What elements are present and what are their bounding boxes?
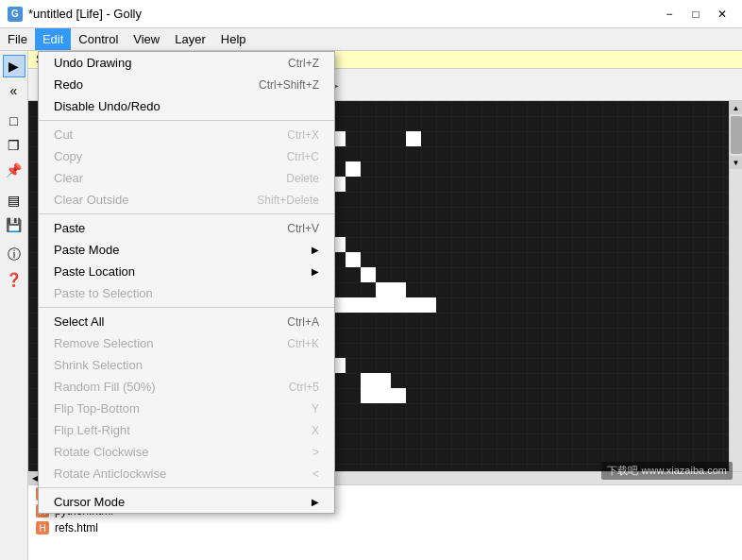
minimize-button[interactable]: − [657,5,682,24]
watermark: 下载吧 www.xiazaiba.com [601,462,733,480]
cut-shortcut: Ctrl+X [287,128,319,142]
window-controls: − □ ✕ [657,5,734,24]
menu-flip-top-bottom: Flip Top-Bottom Y [39,398,334,419]
remove-selection-label: Remove Selection [54,336,154,350]
paste-label: Paste [54,221,85,235]
open-button[interactable]: ❐ [3,134,25,157]
rotate-clockwise-label: Rotate Clockwise [54,445,148,459]
random-fill-label: Random Fill (50%) [54,380,156,394]
svg-rect-29 [406,297,421,313]
cut-label: Cut [54,127,73,142]
menu-control[interactable]: Control [71,28,126,50]
svg-rect-51 [391,282,406,297]
paste-shortcut: Ctrl+V [287,222,319,235]
scroll-thumb-vertical[interactable] [731,116,742,154]
list-item[interactable]: H refs.html [28,519,742,536]
svg-rect-41 [391,388,406,403]
menu-paste-location[interactable]: Paste Location [39,261,334,282]
separator-3 [39,307,334,308]
paste-location-label: Paste Location [54,264,135,279]
select-all-shortcut: Ctrl+A [287,315,319,329]
new-button[interactable]: □ [3,110,25,132]
svg-rect-40 [376,388,391,403]
menu-random-fill: Random Fill (50%) Ctrl+5 [39,376,334,398]
menu-help[interactable]: Help [213,28,254,50]
info-button[interactable]: ⓘ [3,244,25,266]
step-button[interactable]: « [3,79,25,102]
flip-left-right-label: Flip Left-Right [54,423,130,437]
flip-top-bottom-shortcut: Y [312,402,319,416]
svg-rect-50 [376,282,391,297]
separator-2 [39,213,334,214]
menu-paste-mode[interactable]: Paste Mode [39,239,334,261]
svg-rect-49 [361,267,376,282]
undo-drawing-label: Undo Drawing [54,56,131,70]
help-button[interactable]: ❓ [3,268,25,291]
copy-shortcut: Ctrl+C [287,150,319,163]
cursor-mode-label: Cursor Mode [54,495,125,509]
menu-paste-to-selection: Paste to Selection [39,282,334,304]
rotate-anticlockwise-shortcut: < [312,467,319,481]
svg-rect-42 [346,161,361,177]
menu-paste[interactable]: Paste Ctrl+V [39,217,334,239]
shrink-selection-label: Shrink Selection [54,358,143,372]
menu-bar: File Edit Control View Layer Help [0,28,742,51]
left-toolbar: ▶ « □ ❐ 📌 ▤ 💾 ⓘ ❓ [0,51,28,560]
menu-undo-drawing[interactable]: Undo Drawing Ctrl+Z [39,52,334,74]
window-title: *untitled [Life] - Golly [28,7,142,21]
file-name: refs.html [55,521,98,535]
svg-rect-30 [421,297,436,313]
menu-rotate-anticlockwise: Rotate Anticlockwise < [39,463,334,484]
svg-rect-37 [361,373,376,388]
scroll-up-arrow[interactable]: ▲ [730,101,743,114]
menu-disable-undo[interactable]: Disable Undo/Redo [39,95,334,117]
select-all-label: Select All [54,314,104,329]
svg-rect-26 [361,297,376,313]
menu-flip-left-right: Flip Left-Right X [39,419,334,441]
undo-drawing-shortcut: Ctrl+Z [288,57,319,70]
menu-redo[interactable]: Redo Ctrl+Shift+Z [39,74,334,95]
clear-label: Clear [54,171,83,185]
separator-1 [39,120,334,121]
menu-select-all[interactable]: Select All Ctrl+A [39,311,334,332]
maximize-button[interactable]: □ [683,5,708,24]
save-button[interactable]: 💾 [3,213,25,236]
svg-rect-28 [391,297,406,313]
menu-cut: Cut Ctrl+X [39,124,334,145]
svg-rect-25 [346,297,361,313]
pin-button[interactable]: 📌 [3,159,25,181]
layer-button[interactable]: ▤ [3,189,25,212]
menu-cursor-mode[interactable]: Cursor Mode [39,491,334,513]
svg-rect-38 [376,373,391,388]
menu-layer[interactable]: Layer [167,28,213,50]
rotate-anticlockwise-label: Rotate Anticlockwise [54,467,166,481]
svg-rect-48 [346,252,361,267]
copy-label: Copy [54,149,82,163]
svg-rect-27 [376,297,391,313]
file-icon-html: H [36,521,49,535]
flip-top-bottom-label: Flip Top-Bottom [54,401,140,416]
title-bar: G *untitled [Life] - Golly − □ ✕ [0,0,742,28]
play-button[interactable]: ▶ [3,55,25,77]
remove-selection-shortcut: Ctrl+K [287,337,319,350]
vertical-scrollbar[interactable]: ▲ ▼ [729,101,742,471]
menu-clear: Clear Delete [39,167,334,189]
paste-to-selection-label: Paste to Selection [54,286,153,300]
scroll-down-arrow[interactable]: ▼ [730,156,743,169]
separator-4 [39,487,334,488]
menu-clear-outside: Clear Outside Shift+Delete [39,189,334,211]
menu-file[interactable]: File [0,28,35,50]
rotate-clockwise-shortcut: > [312,446,319,459]
menu-edit[interactable]: Edit [35,28,71,50]
svg-rect-4 [406,131,421,146]
app-icon: G [8,7,23,22]
svg-rect-39 [361,388,376,403]
menu-rotate-clockwise: Rotate Clockwise > [39,441,334,463]
menu-shrink-selection: Shrink Selection [39,354,334,376]
menu-copy: Copy Ctrl+C [39,145,334,167]
disable-undo-label: Disable Undo/Redo [54,99,160,113]
clear-outside-shortcut: Shift+Delete [257,194,319,207]
flip-left-right-shortcut: X [312,424,319,437]
close-button[interactable]: ✕ [710,5,734,24]
menu-view[interactable]: View [126,28,167,50]
